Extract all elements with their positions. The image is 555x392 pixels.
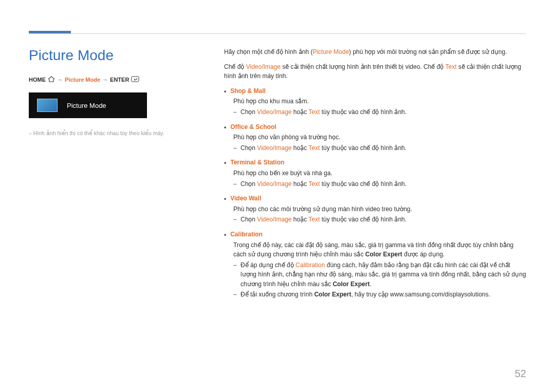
text-accent: Text: [445, 63, 456, 70]
text-accent: Video/Image: [246, 63, 281, 70]
text-bold: Color Expert: [365, 251, 402, 258]
content-area: Picture Mode HOME → Picture Mode → ENTER…: [29, 47, 526, 371]
enter-icon: [131, 76, 139, 83]
sub-list: Để áp dụng chế độ Calibration đúng cách,…: [233, 260, 526, 300]
sub-list: Chọn Video/Image hoặc Text tùy thuộc vào…: [233, 215, 526, 225]
mode-desc: Trong chế độ này, các cài đặt độ sáng, m…: [233, 240, 526, 259]
text: Để áp dụng chế độ: [240, 262, 295, 269]
text: tùy thuộc vào chế độ hình ảnh.: [320, 144, 406, 152]
arrow-icon: →: [57, 77, 63, 83]
sub-list: Chọn Video/Image hoặc Text tùy thuộc vào…: [233, 143, 526, 153]
text-accent: Video/Image: [257, 180, 291, 188]
left-column: Picture Mode HOME → Picture Mode → ENTER…: [29, 47, 203, 371]
text-accent: Picture Mode: [312, 48, 349, 55]
mode-desc: Phù hợp cho văn phòng và trường học.: [233, 133, 526, 142]
sub-list: Chọn Video/Image hoặc Text tùy thuộc vào…: [233, 179, 526, 189]
text: hoặc: [292, 108, 309, 116]
text-accent: Calibration: [295, 262, 325, 269]
text-accent: Text: [308, 144, 320, 152]
bullet-icon: •: [224, 160, 226, 166]
mode-head: • Video Wall: [224, 194, 526, 203]
home-icon: [48, 76, 55, 83]
breadcrumb-home: HOME: [29, 77, 46, 83]
mode-desc: Phù hợp cho bến xe buýt và nhà ga.: [233, 169, 526, 178]
mode-head: • Shop & Mall: [224, 86, 526, 96]
text: Chế độ: [224, 63, 246, 70]
mode-list: • Shop & Mall Phù hợp cho khu mua sắm. C…: [224, 86, 526, 300]
mode-item-calibration: • Calibration Trong chế độ này, các cài …: [224, 230, 526, 300]
text: Để tải xuống chương trình: [240, 291, 314, 298]
mode-item-video-wall: • Video Wall Phù hợp cho các môi trường …: [224, 194, 526, 225]
para-video-text: Chế độ Video/Image sẽ cải thiện chất lượ…: [224, 62, 526, 81]
text-accent: Video/Image: [257, 216, 291, 223]
bullet-icon: •: [224, 125, 226, 131]
display-icon: [37, 99, 58, 112]
top-rule: [29, 33, 526, 34]
text: được áp dụng.: [402, 251, 445, 258]
mode-name: Office & School: [230, 122, 276, 132]
text-bold: Color Expert: [332, 281, 369, 288]
page-number: 52: [515, 368, 526, 380]
mode-name: Video Wall: [230, 194, 261, 203]
bullet-icon: •: [224, 232, 226, 238]
mode-name: Calibration: [230, 230, 263, 239]
arrow-icon: →: [102, 77, 108, 83]
breadcrumb-picture-mode: Picture Mode: [65, 77, 100, 83]
mode-name: Shop & Mall: [230, 86, 266, 96]
text: , hãy truy cập www.samsung.com/displayso…: [351, 291, 490, 298]
mode-head: • Calibration: [224, 230, 526, 239]
right-column: Hãy chọn một chế độ hình ảnh (Picture Mo…: [224, 47, 526, 371]
text: hoặc: [292, 216, 309, 223]
mode-item-terminal-station: • Terminal & Station Phù hợp cho bến xe …: [224, 158, 526, 189]
mode-desc: Phù hợp cho các môi trường sử dụng màn h…: [233, 204, 526, 214]
intro-paragraph: Hãy chọn một chế độ hình ảnh (Picture Mo…: [224, 47, 526, 57]
mode-head: • Terminal & Station: [224, 158, 526, 167]
text: sẽ cải thiện chất lượng hình ảnh trên th…: [281, 63, 446, 70]
text: tùy thuộc vào chế độ hình ảnh.: [320, 108, 406, 116]
preview-label: Picture Mode: [67, 102, 106, 109]
text: Hãy chọn một chế độ hình ảnh (: [224, 48, 312, 55]
text: ) phù hợp với môi trường nơi sản phẩm sẽ…: [349, 48, 507, 55]
breadcrumb-enter: ENTER: [110, 77, 129, 83]
mode-name: Terminal & Station: [230, 158, 284, 167]
text: tùy thuộc vào chế độ hình ảnh.: [320, 180, 406, 188]
sub-item: Để tải xuống chương trình Color Expert, …: [233, 290, 526, 300]
text-accent: Video/Image: [257, 108, 291, 116]
sub-list: Chọn Video/Image hoặc Text tùy thuộc vào…: [233, 107, 526, 117]
footnote-text: Hình ảnh hiển thị có thể khác nhau tùy t…: [29, 129, 203, 138]
text-accent: Text: [308, 180, 320, 188]
text: hoặc: [292, 180, 309, 188]
page-title: Picture Mode: [29, 47, 203, 64]
text: tùy thuộc vào chế độ hình ảnh.: [320, 216, 406, 223]
sub-item: Chọn Video/Image hoặc Text tùy thuộc vào…: [233, 107, 526, 117]
bullet-icon: •: [224, 196, 226, 202]
svg-rect-0: [132, 77, 139, 82]
text: hoặc: [292, 144, 309, 152]
text-bold: Color Expert: [314, 291, 351, 298]
text-accent: Text: [308, 216, 320, 223]
text: Chọn: [240, 108, 257, 116]
text: Chọn: [240, 144, 257, 152]
mode-head: • Office & School: [224, 122, 526, 132]
preview-box: Picture Mode: [29, 92, 147, 118]
text: .: [369, 281, 371, 288]
text-accent: Video/Image: [257, 144, 291, 152]
mode-item-shop-mall: • Shop & Mall Phù hợp cho khu mua sắm. C…: [224, 86, 526, 117]
text: Chọn: [240, 216, 257, 223]
sub-item: Chọn Video/Image hoặc Text tùy thuộc vào…: [233, 215, 526, 225]
mode-desc: Phù hợp cho khu mua sắm.: [233, 97, 526, 106]
sub-item: Để áp dụng chế độ Calibration đúng cách,…: [233, 260, 526, 289]
sub-item: Chọn Video/Image hoặc Text tùy thuộc vào…: [233, 143, 526, 153]
bullet-icon: •: [224, 89, 226, 95]
breadcrumb: HOME → Picture Mode → ENTER: [29, 76, 203, 83]
text-accent: Text: [308, 108, 320, 116]
text: Chọn: [240, 180, 257, 188]
sub-item: Chọn Video/Image hoặc Text tùy thuộc vào…: [233, 179, 526, 189]
mode-item-office-school: • Office & School Phù hợp cho văn phòng …: [224, 122, 526, 153]
